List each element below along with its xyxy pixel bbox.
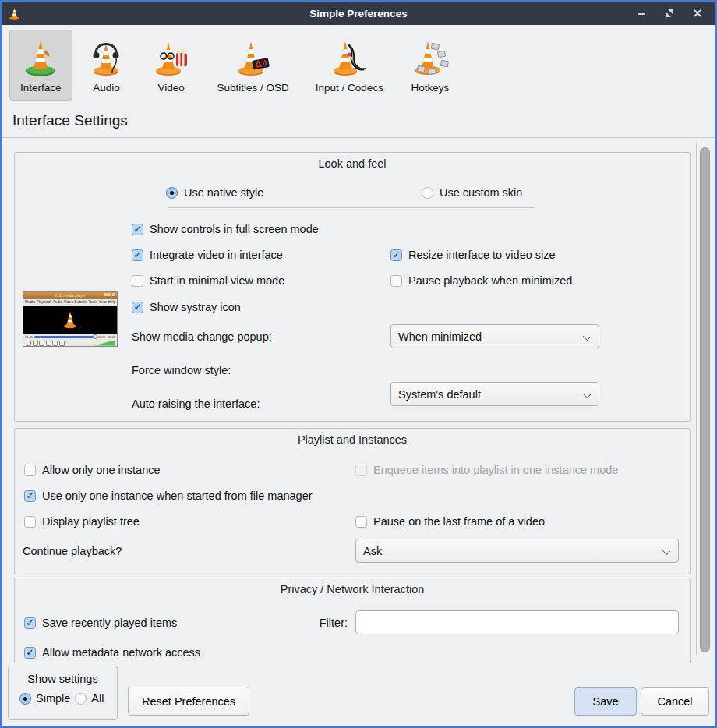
continue-playback-select[interactable]: Ask bbox=[355, 539, 679, 563]
vertical-scrollbar[interactable] bbox=[700, 147, 710, 652]
checkbox-box bbox=[132, 302, 143, 313]
checkbox-box bbox=[132, 224, 143, 235]
preferences-toolbar: Interface Audio bbox=[2, 25, 715, 103]
checkbox-display-playlist-tree[interactable]: Display playlist tree bbox=[24, 514, 140, 529]
checkbox-box bbox=[355, 465, 367, 476]
radio-dot bbox=[75, 693, 87, 705]
tab-label: Video bbox=[157, 82, 184, 94]
footer-bar: Show settings Simple All Reset Preferenc… bbox=[2, 663, 715, 726]
save-button[interactable]: Save bbox=[574, 687, 637, 716]
group-title: Look and feel bbox=[15, 157, 690, 170]
radio-dot bbox=[19, 693, 31, 705]
hotkeys-cone-icon bbox=[410, 36, 450, 78]
window-style-label: Force window style: bbox=[132, 362, 231, 378]
subtitles-cone-icon bbox=[234, 36, 273, 78]
checkbox-box bbox=[24, 617, 36, 629]
group-title: Privacy / Network Interaction bbox=[15, 583, 690, 595]
checkbox-show-fullscreen-controls[interactable]: Show controls in full screen mode bbox=[132, 221, 319, 237]
tab-audio[interactable]: Audio bbox=[77, 30, 136, 101]
tab-label: Interface bbox=[20, 82, 62, 94]
filter-label: Filter: bbox=[277, 615, 348, 631]
tab-hotkeys[interactable]: Hotkeys bbox=[399, 30, 461, 101]
tab-interface[interactable]: Interface bbox=[9, 30, 72, 101]
group-look-and-feel: Look and feel Use native style Use custo… bbox=[14, 152, 691, 422]
group-playlist-instances: Playlist and Instances Allow only one in… bbox=[14, 428, 691, 574]
minimize-icon[interactable] bbox=[636, 8, 647, 19]
preview-cone-icon bbox=[62, 310, 78, 329]
window-controls bbox=[636, 8, 715, 19]
tab-label: Audio bbox=[93, 82, 120, 94]
restore-icon[interactable] bbox=[664, 8, 675, 19]
checkbox-box bbox=[24, 647, 36, 659]
chevron-down-icon bbox=[662, 547, 670, 555]
window-style-select[interactable]: System's default bbox=[390, 382, 599, 406]
window-title: Simple Preferences bbox=[2, 8, 715, 19]
tab-input-codecs[interactable]: Input / Codecs bbox=[305, 30, 394, 101]
checkbox-one-instance-file-manager[interactable]: Use only one instance when started from … bbox=[24, 488, 313, 504]
tab-label: Hotkeys bbox=[411, 82, 450, 94]
preview-window-buttons bbox=[104, 293, 115, 296]
filter-input[interactable] bbox=[355, 610, 679, 634]
checkbox-box bbox=[390, 249, 402, 261]
chevron-down-icon bbox=[583, 333, 591, 341]
page-title: Interface Settings bbox=[2, 103, 715, 137]
radio-settings-all[interactable]: All bbox=[75, 692, 104, 705]
cancel-button[interactable]: Cancel bbox=[641, 687, 709, 716]
checkbox-box bbox=[355, 516, 367, 528]
checkbox-box bbox=[24, 465, 36, 476]
checkbox-metadata-network-access[interactable]: Allow metadata network access bbox=[24, 645, 200, 660]
tab-subtitles-osd[interactable]: Subtitles / OSD bbox=[207, 30, 300, 101]
audio-cone-icon bbox=[88, 36, 125, 78]
auto-raise-label: Auto raising the interface: bbox=[132, 396, 260, 412]
checkbox-show-systray[interactable]: Show systray icon bbox=[132, 299, 241, 315]
radio-dot bbox=[422, 187, 433, 199]
tab-video[interactable]: Video bbox=[141, 30, 202, 101]
interface-preview-image: VLC media player Media Playback Audio Vi… bbox=[23, 291, 118, 347]
group-privacy-network: Privacy / Network Interaction Save recen… bbox=[14, 578, 691, 663]
radio-separator bbox=[168, 207, 535, 208]
checkbox-one-instance[interactable]: Allow only one instance bbox=[24, 462, 161, 478]
tab-label: Subtitles / OSD bbox=[217, 82, 289, 94]
checkbox-pause-when-minimized[interactable]: Pause playback when minimized bbox=[390, 273, 572, 288]
radio-use-custom-skin[interactable]: Use custom skin bbox=[422, 185, 522, 200]
checkbox-minimal-view[interactable]: Start in minimal view mode bbox=[132, 273, 284, 288]
show-settings-title: Show settings bbox=[9, 673, 117, 685]
radio-settings-simple[interactable]: Simple bbox=[19, 692, 70, 705]
show-settings-group: Show settings Simple All bbox=[8, 666, 118, 720]
title-divider bbox=[2, 137, 715, 138]
simple-preferences-window: Simple Preferences bbox=[0, 0, 717, 728]
settings-scroll-area: Look and feel Use native style Use custo… bbox=[2, 143, 715, 663]
preview-volume bbox=[94, 341, 115, 346]
preview-seekbar: 01:45 03:00 bbox=[23, 334, 117, 340]
radio-use-native-style[interactable]: Use native style bbox=[166, 185, 263, 200]
media-popup-select[interactable]: When minimized bbox=[390, 324, 599, 348]
tab-label: Input / Codecs bbox=[316, 82, 383, 94]
preview-controls bbox=[23, 340, 117, 346]
checkbox-enqueue-items: Enqueue items into playlist in one insta… bbox=[355, 462, 618, 478]
checkbox-box bbox=[132, 249, 143, 261]
reset-preferences-button[interactable]: Reset Preferences bbox=[128, 687, 249, 716]
radio-dot bbox=[166, 187, 178, 199]
checkbox-box bbox=[24, 490, 36, 502]
titlebar[interactable]: Simple Preferences bbox=[2, 2, 715, 25]
input-codecs-cone-icon bbox=[330, 36, 369, 78]
chevron-down-icon bbox=[583, 391, 591, 398]
continue-playback-label: Continue playback? bbox=[23, 543, 122, 559]
preview-titlebar: VLC media player bbox=[23, 292, 117, 299]
checkbox-box bbox=[390, 275, 402, 287]
media-popup-label: Show media change popup: bbox=[132, 329, 272, 345]
checkbox-resize-interface[interactable]: Resize interface to video size bbox=[390, 247, 556, 263]
checkbox-pause-last-frame[interactable]: Pause on the last frame of a video bbox=[355, 514, 545, 529]
checkbox-integrate-video[interactable]: Integrate video in interface bbox=[132, 247, 283, 263]
group-title: Playlist and Instances bbox=[15, 433, 690, 446]
checkbox-box bbox=[132, 275, 143, 287]
preview-menubar: Media Playback Audio Video Subtitle Tool… bbox=[23, 299, 117, 306]
scroll-separator bbox=[696, 143, 697, 655]
checkbox-save-recent-items[interactable]: Save recently played items bbox=[24, 615, 177, 631]
close-icon[interactable] bbox=[692, 8, 703, 19]
video-cone-icon bbox=[152, 36, 191, 78]
interface-cone-icon bbox=[22, 36, 59, 78]
checkbox-box bbox=[24, 516, 36, 528]
preview-video-area bbox=[23, 306, 117, 334]
